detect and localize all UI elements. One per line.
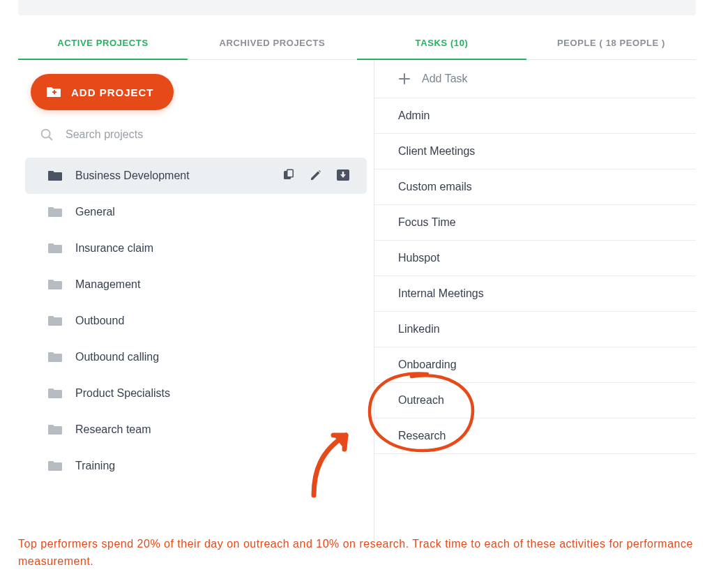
copy-icon[interactable]	[282, 169, 296, 183]
search-icon	[39, 127, 54, 142]
projects-panel: ADD PROJECT Business Development	[18, 60, 374, 541]
search-projects-row	[18, 110, 374, 158]
project-item-training[interactable]: Training	[25, 448, 367, 484]
project-item-outbound[interactable]: Outbound	[25, 303, 367, 339]
project-actions	[282, 169, 353, 183]
task-item-admin[interactable]: Admin	[374, 98, 696, 134]
task-item-internal-meetings[interactable]: Internal Meetings	[374, 276, 696, 312]
task-item-research[interactable]: Research	[374, 419, 696, 454]
tab-archived-projects[interactable]: ARCHIVED PROJECTS	[188, 28, 357, 59]
project-label: Management	[75, 278, 353, 291]
project-item-insurance-claim[interactable]: Insurance claim	[25, 230, 367, 266]
project-item-management[interactable]: Management	[25, 266, 367, 303]
project-label: Business Development	[75, 169, 269, 182]
task-item-client-meetings[interactable]: Client Meetings	[374, 134, 696, 169]
project-label: Training	[75, 460, 353, 472]
svg-rect-1	[54, 90, 55, 94]
project-item-research-team[interactable]: Research team	[25, 412, 367, 448]
search-projects-input[interactable]	[66, 128, 275, 141]
folder-icon	[47, 423, 63, 436]
tasks-panel: Add Task Admin Client Meetings Custom em…	[374, 60, 696, 541]
task-item-outreach[interactable]: Outreach	[374, 383, 696, 419]
svg-line-3	[49, 137, 52, 140]
project-label: Outbound	[75, 315, 353, 327]
add-task-label: Add Task	[422, 73, 468, 85]
folder-icon	[47, 387, 63, 400]
folder-icon	[47, 206, 63, 218]
task-item-hubspot[interactable]: Hubspot	[374, 241, 696, 276]
folder-icon	[47, 351, 63, 363]
archive-icon[interactable]	[336, 169, 350, 183]
project-item-outbound-calling[interactable]: Outbound calling	[25, 339, 367, 375]
folder-icon	[47, 460, 63, 472]
task-item-custom-emails[interactable]: Custom emails	[374, 169, 696, 205]
edit-icon[interactable]	[310, 169, 322, 183]
folder-plus-icon	[46, 86, 61, 98]
project-item-product-specialists[interactable]: Product Specialists	[25, 375, 367, 412]
main-panels: ADD PROJECT Business Development	[18, 60, 696, 541]
tab-tasks[interactable]: TASKS (10)	[357, 28, 526, 59]
folder-icon	[47, 278, 63, 291]
left-tab-group: ACTIVE PROJECTS ARCHIVED PROJECTS	[18, 28, 357, 59]
task-item-onboarding[interactable]: Onboarding	[374, 347, 696, 383]
window-topbar	[18, 0, 696, 15]
add-project-button[interactable]: ADD PROJECT	[31, 74, 174, 110]
tab-active-projects[interactable]: ACTIVE PROJECTS	[18, 28, 188, 59]
folder-icon	[47, 169, 63, 182]
project-label: Research team	[75, 423, 353, 436]
task-item-focus-time[interactable]: Focus Time	[374, 205, 696, 241]
tab-people[interactable]: PEOPLE ( 18 PEOPLE )	[526, 28, 696, 59]
project-label: Insurance claim	[75, 242, 353, 255]
add-project-label: ADD PROJECT	[71, 86, 154, 98]
right-tab-group: TASKS (10) PEOPLE ( 18 PEOPLE )	[357, 28, 696, 59]
project-item-business-development[interactable]: Business Development	[25, 158, 367, 194]
project-label: Product Specialists	[75, 387, 353, 400]
add-task-button[interactable]: Add Task	[374, 60, 696, 98]
folder-icon	[47, 242, 63, 255]
project-item-general[interactable]: General	[25, 194, 367, 230]
project-list: Business Development	[18, 158, 374, 484]
task-item-linkedin[interactable]: Linkedin	[374, 312, 696, 347]
project-label: Outbound calling	[75, 351, 353, 363]
project-label: General	[75, 206, 353, 218]
plus-icon	[398, 73, 411, 85]
svg-rect-6	[288, 170, 293, 176]
tab-bar: ACTIVE PROJECTS ARCHIVED PROJECTS TASKS …	[18, 28, 696, 60]
annotation-caption: Top performers spend 20% of their day on…	[18, 536, 696, 571]
folder-icon	[47, 315, 63, 327]
